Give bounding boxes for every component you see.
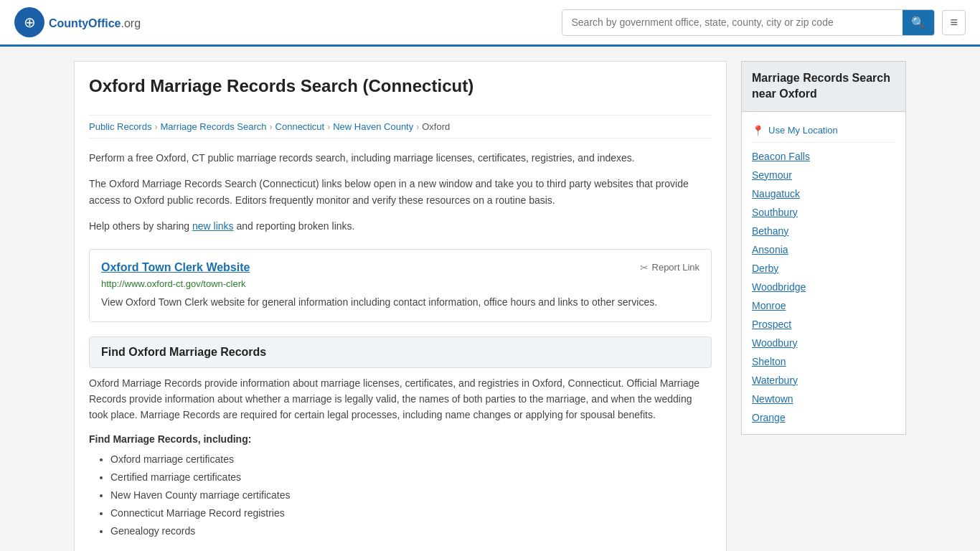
sidebar-location-link[interactable]: Seymour [752,166,895,184]
list-item: Oxford marriage certificates [110,451,712,468]
description-3: Help others by sharing new links and rep… [89,218,712,234]
sidebar-location-link[interactable]: Waterbury [752,371,895,390]
logo-text: CountyOffice.org [49,14,141,31]
breadcrumb-sep-2: › [270,122,273,132]
sidebar-title: Marriage Records Search near Oxford [752,70,895,103]
link-card-url[interactable]: http://www.oxford-ct.gov/town-clerk [101,278,699,289]
link-card-header: Oxford Town Clerk Website ✂ Report Link [101,261,699,274]
records-list-title: Find Marriage Records, including: [89,433,712,445]
breadcrumb-new-haven-county[interactable]: New Haven County [333,121,413,132]
section-title: Find Oxford Marriage Records [101,346,699,359]
page-title: Oxford Marriage Records Search (Connecti… [89,76,712,103]
sidebar-location-link[interactable]: Woodbury [752,334,895,352]
site-header: ⊕ CountyOffice.org 🔍 ≡ [0,0,980,47]
list-item: Connecticut Marriage Record registries [110,504,712,522]
sidebar-location-link[interactable]: Beacon Falls [752,147,895,166]
new-links-link[interactable]: new links [192,220,234,232]
use-location-label: Use My Location [768,125,838,136]
description-2: The Oxford Marriage Records Search (Conn… [89,176,712,208]
sidebar-location-link[interactable]: Bethany [752,222,895,240]
sidebar-location-link[interactable]: Ansonia [752,240,895,259]
records-list: Oxford marriage certificatesCertified ma… [89,451,712,541]
section-box: Find Oxford Marriage Records [89,336,712,368]
sidebar-location-link[interactable]: Woodbridge [752,278,895,296]
pin-icon: 📍 [752,125,764,136]
sidebar-location-link[interactable]: Naugatuck [752,184,895,203]
sidebar-location-link[interactable]: Derby [752,259,895,278]
content-area: Oxford Marriage Records Search (Connecti… [74,61,727,551]
sidebar-location-link[interactable]: Newtown [752,390,895,408]
main-container: Oxford Marriage Records Search (Connecti… [60,47,920,551]
description-1: Perform a free Oxford, CT public marriag… [89,150,712,166]
search-bar: 🔍 [562,9,935,36]
sidebar: Marriage Records Search near Oxford 📍 Us… [741,61,906,551]
sidebar-location-link[interactable]: Shelton [752,352,895,371]
breadcrumb-sep-4: › [416,122,419,132]
breadcrumb-sep-1: › [154,122,157,132]
breadcrumb-sep-3: › [327,122,330,132]
sidebar-body: 📍 Use My Location Beacon FallsSeymourNau… [741,112,906,435]
header-right: 🔍 ≡ [562,9,966,36]
use-my-location-link[interactable]: 📍 Use My Location [752,119,895,143]
sidebar-links-container: Beacon FallsSeymourNaugatuckSouthburyBet… [752,147,895,427]
sidebar-header: Marriage Records Search near Oxford [741,61,906,112]
breadcrumb: Public Records › Marriage Records Search… [89,115,712,138]
breadcrumb-connecticut[interactable]: Connecticut [275,121,325,132]
records-description: Oxford Marriage Records provide informat… [89,375,712,423]
logo-area: ⊕ CountyOffice.org [14,7,141,37]
report-icon: ✂ [640,262,649,273]
search-button[interactable]: 🔍 [903,10,934,35]
breadcrumb-oxford: Oxford [422,121,450,132]
sidebar-location-link[interactable]: Southbury [752,203,895,222]
report-link-label: Report Link [652,262,699,273]
breadcrumb-public-records[interactable]: Public Records [89,121,151,132]
sidebar-location-link[interactable]: Monroe [752,296,895,315]
sidebar-location-link[interactable]: Orange [752,408,895,427]
list-item: Genealogy records [110,522,712,540]
hamburger-button[interactable]: ≡ [942,10,966,35]
breadcrumb-marriage-records-search[interactable]: Marriage Records Search [160,121,266,132]
report-link-button[interactable]: ✂ Report Link [640,262,699,273]
list-item: Certified marriage certificates [110,468,712,486]
list-item: New Haven County marriage certificates [110,486,712,504]
sidebar-location-link[interactable]: Prospect [752,315,895,334]
link-card: Oxford Town Clerk Website ✂ Report Link … [89,249,712,322]
link-card-description: View Oxford Town Clerk website for gener… [101,295,699,310]
logo-icon: ⊕ [14,7,44,37]
search-input[interactable] [562,11,903,34]
link-card-title[interactable]: Oxford Town Clerk Website [101,261,250,274]
